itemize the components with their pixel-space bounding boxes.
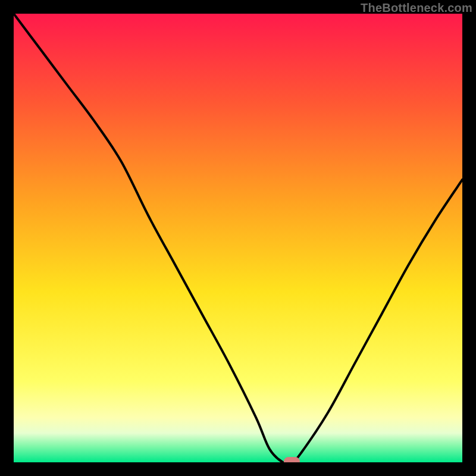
- gradient-background: [14, 14, 462, 462]
- chart-frame: TheBottleneck.com: [0, 0, 476, 476]
- bottleneck-chart: [14, 14, 462, 462]
- plot-area: [14, 14, 462, 462]
- optimal-marker: [284, 458, 299, 463]
- watermark-text: TheBottleneck.com: [361, 1, 472, 15]
